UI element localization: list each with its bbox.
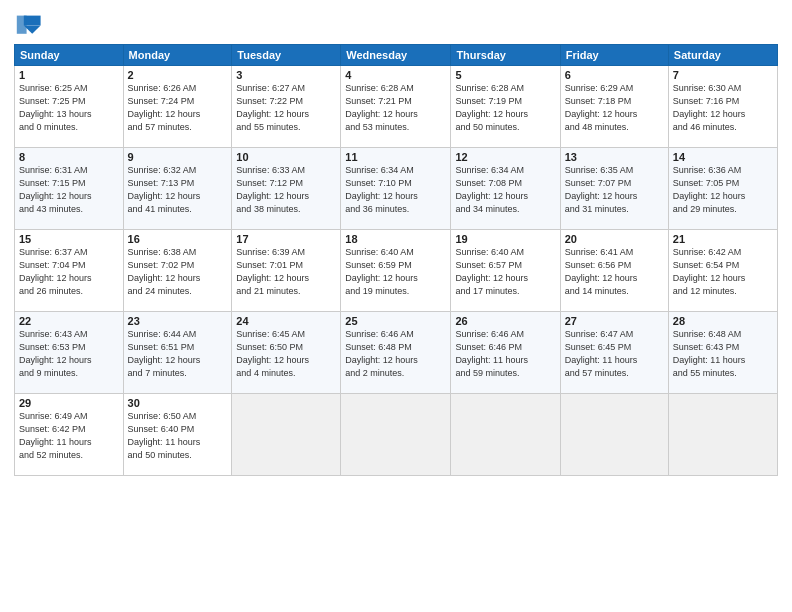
calendar-cell: [668, 394, 777, 476]
calendar-header-row: SundayMondayTuesdayWednesdayThursdayFrid…: [15, 45, 778, 66]
calendar-cell: 24Sunrise: 6:45 AM Sunset: 6:50 PM Dayli…: [232, 312, 341, 394]
day-info: Sunrise: 6:36 AM Sunset: 7:05 PM Dayligh…: [673, 164, 773, 216]
day-number: 5: [455, 69, 555, 81]
calendar-cell: 20Sunrise: 6:41 AM Sunset: 6:56 PM Dayli…: [560, 230, 668, 312]
day-number: 8: [19, 151, 119, 163]
calendar-header-wednesday: Wednesday: [341, 45, 451, 66]
day-info: Sunrise: 6:47 AM Sunset: 6:45 PM Dayligh…: [565, 328, 664, 380]
calendar-cell: 11Sunrise: 6:34 AM Sunset: 7:10 PM Dayli…: [341, 148, 451, 230]
calendar-header-friday: Friday: [560, 45, 668, 66]
calendar-cell: [341, 394, 451, 476]
day-number: 15: [19, 233, 119, 245]
logo-icon: [14, 10, 42, 38]
calendar-cell: 6Sunrise: 6:29 AM Sunset: 7:18 PM Daylig…: [560, 66, 668, 148]
day-number: 23: [128, 315, 228, 327]
calendar-header-thursday: Thursday: [451, 45, 560, 66]
calendar-cell: 7Sunrise: 6:30 AM Sunset: 7:16 PM Daylig…: [668, 66, 777, 148]
day-number: 19: [455, 233, 555, 245]
day-number: 6: [565, 69, 664, 81]
day-number: 26: [455, 315, 555, 327]
calendar-cell: 25Sunrise: 6:46 AM Sunset: 6:48 PM Dayli…: [341, 312, 451, 394]
day-number: 14: [673, 151, 773, 163]
day-number: 11: [345, 151, 446, 163]
calendar-table: SundayMondayTuesdayWednesdayThursdayFrid…: [14, 44, 778, 476]
calendar-cell: 8Sunrise: 6:31 AM Sunset: 7:15 PM Daylig…: [15, 148, 124, 230]
day-info: Sunrise: 6:37 AM Sunset: 7:04 PM Dayligh…: [19, 246, 119, 298]
calendar-cell: 4Sunrise: 6:28 AM Sunset: 7:21 PM Daylig…: [341, 66, 451, 148]
calendar-cell: [232, 394, 341, 476]
calendar-cell: 21Sunrise: 6:42 AM Sunset: 6:54 PM Dayli…: [668, 230, 777, 312]
day-info: Sunrise: 6:26 AM Sunset: 7:24 PM Dayligh…: [128, 82, 228, 134]
day-number: 29: [19, 397, 119, 409]
calendar-week-4: 22Sunrise: 6:43 AM Sunset: 6:53 PM Dayli…: [15, 312, 778, 394]
calendar-cell: 3Sunrise: 6:27 AM Sunset: 7:22 PM Daylig…: [232, 66, 341, 148]
calendar-header-tuesday: Tuesday: [232, 45, 341, 66]
day-info: Sunrise: 6:40 AM Sunset: 6:59 PM Dayligh…: [345, 246, 446, 298]
calendar-cell: 23Sunrise: 6:44 AM Sunset: 6:51 PM Dayli…: [123, 312, 232, 394]
day-info: Sunrise: 6:34 AM Sunset: 7:10 PM Dayligh…: [345, 164, 446, 216]
calendar-cell: 19Sunrise: 6:40 AM Sunset: 6:57 PM Dayli…: [451, 230, 560, 312]
day-info: Sunrise: 6:38 AM Sunset: 7:02 PM Dayligh…: [128, 246, 228, 298]
day-info: Sunrise: 6:46 AM Sunset: 6:46 PM Dayligh…: [455, 328, 555, 380]
day-number: 27: [565, 315, 664, 327]
day-info: Sunrise: 6:28 AM Sunset: 7:19 PM Dayligh…: [455, 82, 555, 134]
day-info: Sunrise: 6:25 AM Sunset: 7:25 PM Dayligh…: [19, 82, 119, 134]
day-info: Sunrise: 6:35 AM Sunset: 7:07 PM Dayligh…: [565, 164, 664, 216]
day-info: Sunrise: 6:41 AM Sunset: 6:56 PM Dayligh…: [565, 246, 664, 298]
day-info: Sunrise: 6:50 AM Sunset: 6:40 PM Dayligh…: [128, 410, 228, 462]
day-number: 9: [128, 151, 228, 163]
calendar-cell: 18Sunrise: 6:40 AM Sunset: 6:59 PM Dayli…: [341, 230, 451, 312]
day-info: Sunrise: 6:32 AM Sunset: 7:13 PM Dayligh…: [128, 164, 228, 216]
day-number: 12: [455, 151, 555, 163]
day-number: 25: [345, 315, 446, 327]
day-number: 10: [236, 151, 336, 163]
calendar-cell: [451, 394, 560, 476]
day-info: Sunrise: 6:39 AM Sunset: 7:01 PM Dayligh…: [236, 246, 336, 298]
day-info: Sunrise: 6:40 AM Sunset: 6:57 PM Dayligh…: [455, 246, 555, 298]
day-number: 21: [673, 233, 773, 245]
calendar-cell: 16Sunrise: 6:38 AM Sunset: 7:02 PM Dayli…: [123, 230, 232, 312]
day-number: 30: [128, 397, 228, 409]
calendar-week-3: 15Sunrise: 6:37 AM Sunset: 7:04 PM Dayli…: [15, 230, 778, 312]
calendar-cell: 15Sunrise: 6:37 AM Sunset: 7:04 PM Dayli…: [15, 230, 124, 312]
day-info: Sunrise: 6:27 AM Sunset: 7:22 PM Dayligh…: [236, 82, 336, 134]
day-number: 2: [128, 69, 228, 81]
day-number: 28: [673, 315, 773, 327]
day-number: 7: [673, 69, 773, 81]
day-number: 24: [236, 315, 336, 327]
day-number: 4: [345, 69, 446, 81]
day-number: 16: [128, 233, 228, 245]
calendar-cell: 5Sunrise: 6:28 AM Sunset: 7:19 PM Daylig…: [451, 66, 560, 148]
day-info: Sunrise: 6:30 AM Sunset: 7:16 PM Dayligh…: [673, 82, 773, 134]
day-number: 3: [236, 69, 336, 81]
calendar-cell: [560, 394, 668, 476]
day-info: Sunrise: 6:42 AM Sunset: 6:54 PM Dayligh…: [673, 246, 773, 298]
calendar-week-2: 8Sunrise: 6:31 AM Sunset: 7:15 PM Daylig…: [15, 148, 778, 230]
day-number: 13: [565, 151, 664, 163]
day-info: Sunrise: 6:48 AM Sunset: 6:43 PM Dayligh…: [673, 328, 773, 380]
page: SundayMondayTuesdayWednesdayThursdayFrid…: [0, 0, 792, 612]
day-info: Sunrise: 6:49 AM Sunset: 6:42 PM Dayligh…: [19, 410, 119, 462]
day-info: Sunrise: 6:33 AM Sunset: 7:12 PM Dayligh…: [236, 164, 336, 216]
day-number: 17: [236, 233, 336, 245]
day-info: Sunrise: 6:29 AM Sunset: 7:18 PM Dayligh…: [565, 82, 664, 134]
calendar-cell: 13Sunrise: 6:35 AM Sunset: 7:07 PM Dayli…: [560, 148, 668, 230]
day-info: Sunrise: 6:44 AM Sunset: 6:51 PM Dayligh…: [128, 328, 228, 380]
day-number: 1: [19, 69, 119, 81]
calendar-header-sunday: Sunday: [15, 45, 124, 66]
calendar-week-5: 29Sunrise: 6:49 AM Sunset: 6:42 PM Dayli…: [15, 394, 778, 476]
calendar-cell: 1Sunrise: 6:25 AM Sunset: 7:25 PM Daylig…: [15, 66, 124, 148]
calendar-cell: 29Sunrise: 6:49 AM Sunset: 6:42 PM Dayli…: [15, 394, 124, 476]
logo: [14, 10, 46, 38]
calendar-cell: 10Sunrise: 6:33 AM Sunset: 7:12 PM Dayli…: [232, 148, 341, 230]
calendar-cell: 22Sunrise: 6:43 AM Sunset: 6:53 PM Dayli…: [15, 312, 124, 394]
day-info: Sunrise: 6:43 AM Sunset: 6:53 PM Dayligh…: [19, 328, 119, 380]
day-info: Sunrise: 6:31 AM Sunset: 7:15 PM Dayligh…: [19, 164, 119, 216]
calendar-header-saturday: Saturday: [668, 45, 777, 66]
calendar-cell: 26Sunrise: 6:46 AM Sunset: 6:46 PM Dayli…: [451, 312, 560, 394]
day-info: Sunrise: 6:34 AM Sunset: 7:08 PM Dayligh…: [455, 164, 555, 216]
calendar-cell: 17Sunrise: 6:39 AM Sunset: 7:01 PM Dayli…: [232, 230, 341, 312]
calendar-cell: 30Sunrise: 6:50 AM Sunset: 6:40 PM Dayli…: [123, 394, 232, 476]
calendar-header-monday: Monday: [123, 45, 232, 66]
calendar-cell: 9Sunrise: 6:32 AM Sunset: 7:13 PM Daylig…: [123, 148, 232, 230]
